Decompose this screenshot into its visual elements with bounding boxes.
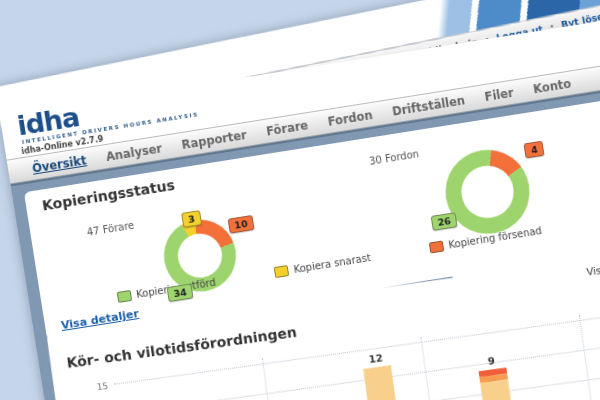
nav-item-översikt[interactable]: Översikt: [31, 153, 87, 175]
nav-item-fordon[interactable]: Fordon: [327, 107, 374, 128]
donut-value-chip: 4: [524, 141, 545, 159]
legend-item: Kopiera snarast: [274, 252, 371, 278]
drivers-count-label: 47 Förare: [86, 220, 135, 238]
bar-value-label: 9: [468, 352, 515, 369]
donut-value-chip: 10: [227, 215, 254, 234]
gridline-v: [579, 315, 593, 400]
nav-item-filer[interactable]: Filer: [484, 85, 515, 103]
donut-value-chip: 3: [181, 210, 202, 228]
bar-value-label: 12: [352, 350, 399, 367]
bar-segment: [363, 365, 401, 400]
bar: [363, 365, 401, 400]
nav-item-förare[interactable]: Förare: [265, 118, 309, 138]
nav-item-analyser[interactable]: Analyser: [105, 141, 163, 164]
legend-swatch: [274, 265, 290, 278]
bar-segment: [480, 379, 513, 400]
nav-item-konto[interactable]: Konto: [532, 76, 572, 96]
idha-online-page: Anonym Inloggad som: Idhadmin • Logga ut…: [0, 0, 600, 400]
donut-value-chip: 26: [431, 212, 458, 231]
y-axis-tick: 15: [82, 381, 109, 394]
legend-swatch: [429, 240, 445, 253]
gridline-h: [126, 380, 600, 400]
donut-value-chip: 34: [167, 283, 194, 302]
gridline-v: [420, 337, 434, 400]
screenshot-stage: Anonym Inloggad som: Idhadmin • Logga ut…: [0, 0, 600, 400]
vehicles-donut-chart[interactable]: 426: [439, 144, 535, 240]
bar: [479, 367, 514, 400]
legend-label: Kopiera snarast: [293, 252, 372, 275]
legend-swatch: [117, 290, 133, 303]
